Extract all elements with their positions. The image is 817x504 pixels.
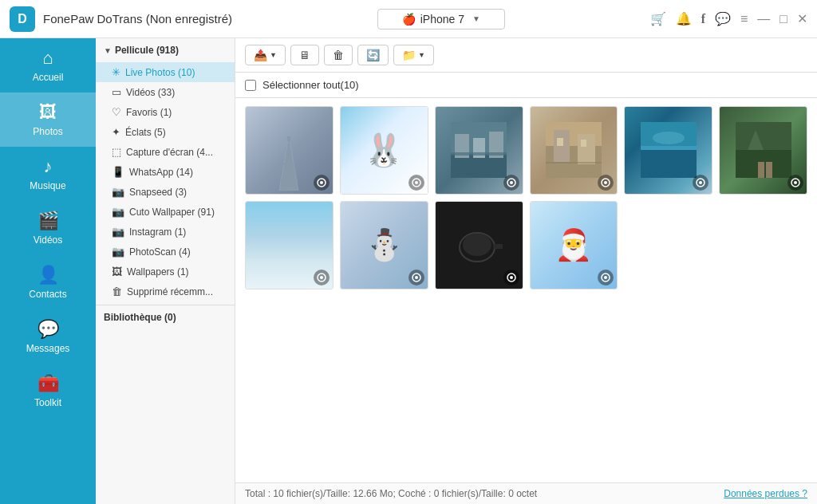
tree-item-snapseed[interactable]: 📷 Snapseed (3) [96,182,235,202]
sidebar-item-photos[interactable]: 🖼 Photos [0,93,96,147]
trash-icon: 🗑 [112,285,122,297]
live-photos-icon: ✳ [112,66,120,78]
sidebar-label-accueil: Accueil [33,72,64,83]
facebook-icon[interactable]: f [701,12,705,26]
chat-icon[interactable]: 💬 [715,11,731,26]
tree-item-capture[interactable]: ⬚ Capture d'écran (4... [96,142,235,162]
tree-item-label: Éclats (5) [125,127,166,138]
svg-point-40 [320,276,323,279]
tree-item-wallpapers[interactable]: 🖼 Wallpapers (1) [96,262,235,282]
sidebar-label-videos: Vidéos [34,234,62,246]
sidebar-item-contacts[interactable]: 👤 Contacts [0,255,96,309]
tree-item-supprime[interactable]: 🗑 Supprimé récemm... [96,282,235,301]
tree-item-live-photos[interactable]: ✳ Live Photos (10) [96,62,235,82]
svg-rect-2 [280,179,298,181]
sidebar-item-accueil[interactable]: ⌂ Accueil [0,38,96,93]
refresh-icon: 🔄 [366,49,380,61]
photo-item[interactable] [624,106,712,195]
device-selector[interactable]: 🍎 iPhone 7 ▼ [377,9,505,30]
dropdown-arrow-icon2: ▼ [418,51,425,59]
svg-point-15 [510,181,513,184]
photo-item[interactable] [435,201,523,289]
import-pc-icon: 🖥 [299,49,310,61]
tree-item-label: Instagram (1) [129,226,186,238]
tree-item-label: Capture d'écran (4... [126,147,213,158]
cart-icon[interactable]: 🛒 [650,11,666,26]
screenshot-icon: ⬚ [112,146,121,158]
photo-item[interactable] [435,106,523,195]
import-to-pc-button[interactable]: 🖥 [290,45,319,65]
tree-item-label: Cuto Wallpaper (91) [129,207,215,218]
heart-icon: ♡ [112,106,121,118]
bell-icon[interactable]: 🔔 [676,11,692,26]
tree-item-photoscan[interactable]: 📷 PhotoScan (4) [96,242,235,262]
home-icon: ⌂ [42,48,53,69]
photo-item[interactable] [245,201,334,289]
device-name: iPhone 7 [420,13,464,26]
sidebar-item-videos[interactable]: 🎬 Vidéos [0,201,96,255]
svg-rect-22 [546,162,602,163]
svg-point-5 [320,181,323,184]
photo-item[interactable] [719,106,807,195]
tree-item-instagram[interactable]: 📷 Instagram (1) [96,222,235,242]
tree-item-videos[interactable]: ▭ Vidéos (33) [96,82,235,102]
tree-item-label: Wallpapers (1) [127,266,189,278]
maximize-button[interactable]: □ [780,12,787,26]
chevron-down-icon: ▼ [472,14,480,23]
tree-item-label: WhatsApp (14) [129,167,193,178]
app-title: FonePaw DoTrans (Non enregistré) [43,12,232,26]
tree-item-favoris[interactable]: ♡ Favoris (1) [96,102,235,122]
toolkit-icon: 🧰 [37,373,59,394]
photo-item[interactable] [530,106,618,195]
status-text: Total : 10 fichier(s)/Taille: 12.66 Mo; … [245,488,537,499]
apple-icon: 🍎 [402,13,416,26]
svg-rect-13 [451,152,507,156]
whatsapp-icon: 📱 [112,166,124,178]
minimize-button[interactable]: — [757,12,770,26]
sidebar-item-messages[interactable]: 💬 Messages [0,309,96,364]
menu-icon[interactable]: ≡ [740,12,748,26]
content-area: 📤 ▼ 🖥 🗑 🔄 📁 ▼ Sélectionner tout(10) [235,38,817,504]
photo-settings-badge [408,270,424,285]
select-all-label: Sélectionner tout(10) [262,79,359,91]
tree-item-whatsapp[interactable]: 📱 WhatsApp (14) [96,162,235,182]
svg-rect-27 [641,146,697,150]
sidebar-item-toolkit[interactable]: 🧰 Toolkit [0,364,96,418]
sidebar-item-musique[interactable]: ♪ Musique [0,147,96,201]
select-all-checkbox[interactable] [245,80,256,91]
refresh-button[interactable]: 🔄 [357,45,389,65]
pellicule-label: Pellicule (918) [115,45,179,56]
photo-item[interactable]: 🐰 [340,106,428,195]
svg-point-49 [604,276,607,279]
tree-item-eclats[interactable]: ✦ Éclats (5) [96,122,235,142]
more-button[interactable]: 📁 ▼ [393,45,434,65]
photo-settings-badge [787,175,803,191]
delete-button[interactable]: 🗑 [324,45,353,65]
lost-data-link[interactable]: Données perdues ? [724,488,807,499]
tree-item-cuto[interactable]: 📷 Cuto Wallpaper (91) [96,202,235,222]
photo-settings-badge [408,175,424,191]
contacts-icon: 👤 [37,265,59,285]
tree-item-label: Favoris (1) [126,107,172,118]
svg-point-42 [415,276,418,279]
bibliotheque-header: Bibliothèque (0) [96,305,235,326]
sidebar-label-messages: Messages [26,343,70,354]
photo-settings-badge [693,175,708,191]
music-icon: ♪ [44,156,53,177]
video-icon: 🎬 [37,211,59,231]
svg-rect-44 [493,244,503,249]
photo-item[interactable]: 🎅 [530,201,618,289]
sidebar-label-contacts: Contacts [29,289,66,300]
wallpaper-icon: 🖼 [112,266,122,278]
svg-rect-1 [282,163,295,165]
delete-icon: 🗑 [333,49,344,61]
tree-item-label: Supprimé récemm... [127,286,213,297]
svg-rect-21 [581,140,586,147]
svg-rect-3 [287,136,290,141]
titlebar-left: D FonePaw DoTrans (Non enregistré) [10,6,232,32]
photo-item[interactable]: ⛄ [340,201,428,289]
tree-item-label: PhotoScan (4) [129,246,191,258]
photo-item[interactable] [245,106,334,195]
export-button[interactable]: 📤 ▼ [245,45,286,65]
close-button[interactable]: ✕ [797,11,807,26]
